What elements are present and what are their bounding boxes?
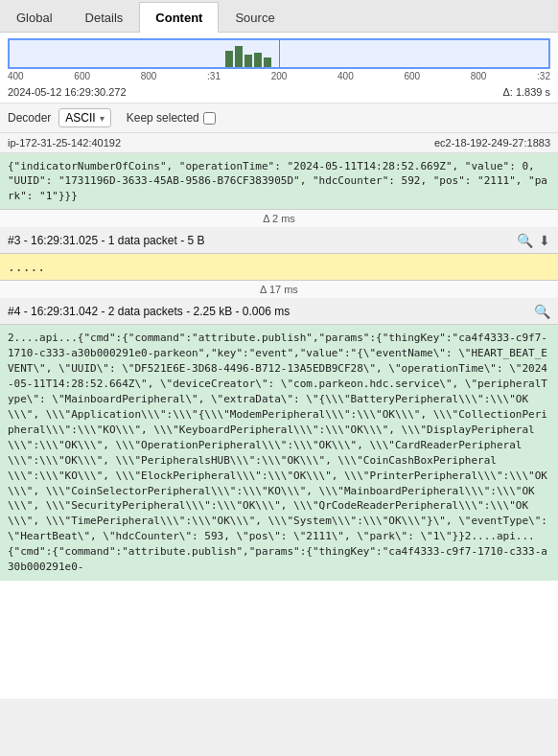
timeline-label: 400 xyxy=(8,71,24,81)
waveform-bar xyxy=(254,53,262,67)
search-icon[interactable]: 🔍 xyxy=(534,304,550,319)
decoder-label: Decoder xyxy=(8,111,51,125)
waveform-container: 400 600 800 :31 200 400 600 800 :32 2024… xyxy=(0,33,558,103)
waveform-bar xyxy=(235,46,243,67)
packet-header-label-3: #3 - 16:29:31.025 - 1 data packet - 5 B xyxy=(8,234,204,247)
timeline-label: :31 xyxy=(207,71,221,81)
tab-details[interactable]: Details xyxy=(69,2,140,33)
packet-data-green-1: {"indicatorNumberOfCoins", "operationTim… xyxy=(0,153,558,210)
download-icon[interactable]: ⬇ xyxy=(539,233,550,248)
dest-ip: ec2-18-192-249-27:1883 xyxy=(434,137,550,149)
packet-actions-3: 🔍 ⬇ xyxy=(517,233,550,248)
waveform-bar xyxy=(225,51,233,67)
keep-selected-container: Keep selected xyxy=(127,111,216,125)
content-area[interactable]: {"indicatorNumberOfCoins", "operationTim… xyxy=(0,153,558,699)
tab-content[interactable]: Content xyxy=(139,2,219,33)
timestamp-row: 2024-05-12 16:29:30.272 Δ: 1.839 s xyxy=(8,83,550,103)
timeline-label: 800 xyxy=(141,71,157,81)
timeline-label: 800 xyxy=(471,71,487,81)
chevron-down-icon: ▾ xyxy=(100,113,105,124)
waveform-bars xyxy=(225,40,271,67)
ip-row: ip-172-31-25-142:40192 ec2-18-192-249-27… xyxy=(0,133,558,153)
waveform-bar xyxy=(244,55,252,67)
delta-row-1: Δ 2 ms xyxy=(0,210,558,228)
packet-actions-4: 🔍 xyxy=(534,304,550,319)
packet-data-large-4: 2....api...{"cmd":{"command":"attribute.… xyxy=(0,325,558,581)
packet-header-4: #4 - 16:29:31.042 - 2 data packets - 2.2… xyxy=(0,299,558,325)
timestamp-value: 2024-05-12 16:29:30.272 xyxy=(8,86,127,98)
tab-global[interactable]: Global xyxy=(0,2,69,33)
delta-value: Δ: 1.839 s xyxy=(502,86,550,98)
tab-source[interactable]: Source xyxy=(219,2,291,33)
toolbar: Decoder ASCII ▾ Keep selected xyxy=(0,103,558,133)
packet-header-3: #3 - 16:29:31.025 - 1 data packet - 5 B … xyxy=(0,228,558,254)
timeline-label: 200 xyxy=(271,71,288,81)
packet-content-yellow-3: ..... xyxy=(0,254,558,281)
delta-row-2: Δ 17 ms xyxy=(0,281,558,299)
timeline-label: 600 xyxy=(404,71,420,81)
timeline-label: 600 xyxy=(74,71,90,81)
keep-selected-label: Keep selected xyxy=(127,111,199,125)
tab-bar: Global Details Content Source xyxy=(0,0,558,33)
waveform-bar-area[interactable] xyxy=(8,38,550,69)
packet-header-label-4: #4 - 16:29:31.042 - 2 data packets - 2.2… xyxy=(8,305,290,318)
search-icon[interactable]: 🔍 xyxy=(517,233,533,248)
format-select[interactable]: ASCII ▾ xyxy=(58,108,110,127)
waveform-bar xyxy=(264,57,271,67)
format-value: ASCII xyxy=(65,111,95,125)
timeline-label: :32 xyxy=(537,71,550,81)
source-ip: ip-172-31-25-142:40192 xyxy=(8,137,121,149)
waveform-cursor xyxy=(279,40,280,67)
timeline-labels: 400 600 800 :31 200 400 600 800 :32 xyxy=(8,69,550,83)
keep-selected-checkbox[interactable] xyxy=(203,112,216,125)
timeline-label: 400 xyxy=(337,71,354,81)
